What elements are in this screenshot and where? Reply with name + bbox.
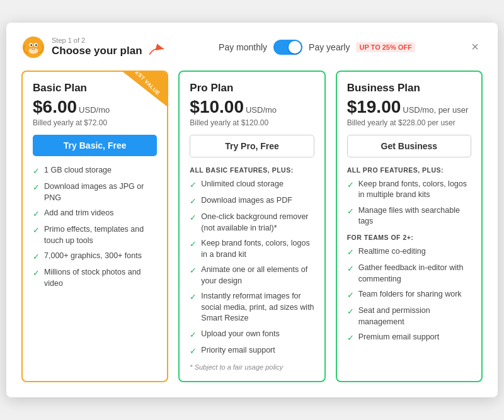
list-item: ✓ Instantly reformat images for social m… (190, 291, 314, 324)
list-item: ✓ Keep brand fonts, colors, logos in a b… (190, 238, 314, 260)
business-plan-name: Business Plan (347, 82, 471, 94)
pro-footnote: * Subject to a fair usage policy (190, 363, 314, 371)
check-icon: ✓ (33, 268, 40, 279)
pro-price-amount: $10.00 (190, 97, 244, 117)
modal-header: Step 1 of 2 Choose your plan P (21, 35, 483, 59)
check-icon: ✓ (33, 251, 40, 263)
step-label: Step 1 of 2 (52, 37, 166, 44)
pricing-modal: Step 1 of 2 Choose your plan P (6, 23, 498, 397)
pro-plan-card: Pro Plan $10.00 USD/mo Billed yearly at … (178, 71, 325, 382)
business-features2-list: ✓ Realtime co-editing ✓ Gather feedback … (347, 246, 471, 344)
yearly-discount-badge: UP TO 25% OFF (356, 42, 415, 52)
header-left: Step 1 of 2 Choose your plan (21, 35, 166, 59)
list-item: ✓ Keep brand fonts, colors, logos in mul… (347, 179, 471, 201)
check-icon: ✓ (33, 166, 40, 177)
check-icon: ✓ (190, 212, 197, 224)
check-icon: ✓ (190, 239, 197, 250)
list-item: ✓ 7,000+ graphics, 300+ fonts (33, 251, 157, 263)
basic-features-list: ✓ 1 GB cloud storage ✓ Download images a… (33, 165, 157, 290)
list-item: ✓ Unlimited cloud storage (190, 179, 314, 191)
check-icon: ✓ (347, 206, 354, 217)
business-price-amount: $19.00 (347, 97, 401, 117)
list-item: ✓ Download images as PDF (190, 195, 314, 207)
step-info: Step 1 of 2 Choose your plan (52, 37, 166, 58)
list-item: ✓ Seat and permission management (347, 305, 471, 327)
business-cta-button[interactable]: Get Business (347, 135, 471, 157)
list-item: ✓ Upload your own fonts (190, 329, 314, 341)
business-plan-card: Business Plan $19.00 USD/mo, per user Bi… (336, 71, 483, 382)
pro-price-row: $10.00 USD/mo (190, 97, 314, 117)
check-icon: ✓ (190, 179, 197, 191)
business-price-unit: USD/mo, per user (403, 105, 468, 115)
svg-point-4 (28, 48, 38, 54)
list-item: ✓ Millions of stock photos and video (33, 267, 157, 289)
business-features-list: ✓ Keep brand fonts, colors, logos in mul… (347, 179, 471, 227)
plans-grid: BEST VALUE Basic Plan $6.00 USD/mo Bille… (21, 71, 483, 382)
list-item: ✓ Gather feedback in-editor with comment… (347, 263, 471, 285)
pro-billed: Billed yearly at $120.00 (190, 118, 314, 127)
check-icon: ✓ (33, 208, 40, 220)
check-icon: ✓ (347, 179, 354, 191)
check-icon: ✓ (347, 247, 354, 258)
yearly-label: Pay yearly (309, 42, 350, 52)
check-icon: ✓ (190, 346, 197, 357)
monthly-label: Pay monthly (219, 42, 267, 52)
svg-point-10 (34, 48, 35, 48)
business-price-row: $19.00 USD/mo, per user (347, 97, 471, 117)
step-title: Choose your plan (52, 45, 142, 57)
business-billed: Billed yearly at $228.00 per user (347, 118, 471, 127)
toggle-knob (289, 41, 301, 54)
check-icon: ✓ (190, 329, 197, 341)
check-icon: ✓ (347, 263, 354, 275)
pro-price-unit: USD/mo (246, 105, 277, 115)
list-item: ✓ One-click background remover (not avai… (190, 212, 314, 234)
business-section2-header: FOR TEAMS OF 2+: (347, 234, 471, 241)
list-item: ✓ Add and trim videos (33, 208, 157, 220)
list-item: ✓ Download images as JPG or PNG (33, 181, 157, 203)
list-item: ✓ Team folders for sharing work (347, 289, 471, 301)
business-features-header: ALL PRO FEATURES, PLUS: (347, 166, 471, 174)
check-icon: ✓ (190, 292, 197, 303)
svg-point-8 (35, 44, 37, 46)
check-icon: ✓ (347, 306, 354, 317)
pro-features-list: ✓ Unlimited cloud storage ✓ Download ima… (190, 179, 314, 357)
basic-billed: Billed yearly at $72.00 (33, 118, 157, 127)
billing-toggle-section: Pay monthly Pay yearly UP TO 25% OFF (219, 40, 415, 55)
check-icon: ✓ (347, 332, 354, 344)
list-item: ✓ Animate one or all elements of your de… (190, 264, 314, 287)
list-item: ✓ Priority email support (190, 345, 314, 357)
list-item: ✓ Realtime co-editing (347, 246, 471, 258)
check-icon: ✓ (190, 265, 197, 276)
check-icon: ✓ (33, 182, 40, 193)
monkey-logo (21, 35, 45, 59)
billing-toggle[interactable] (273, 40, 302, 55)
basic-price-unit: USD/mo (79, 105, 110, 115)
svg-point-7 (30, 44, 32, 46)
close-button[interactable]: × (467, 38, 483, 55)
basic-price-amount: $6.00 (33, 97, 77, 117)
check-icon: ✓ (33, 225, 40, 236)
list-item: ✓ Primo effects, templates and touch up … (33, 224, 157, 246)
list-item: ✓ Manage files with searchable tags (347, 205, 471, 227)
red-arrow-icon (146, 44, 166, 58)
basic-cta-button[interactable]: Try Basic, Free (33, 135, 157, 156)
check-icon: ✓ (190, 196, 197, 207)
pro-plan-name: Pro Plan (190, 82, 314, 94)
svg-point-9 (32, 48, 33, 48)
basic-plan-card: BEST VALUE Basic Plan $6.00 USD/mo Bille… (21, 71, 168, 382)
list-item: ✓ 1 GB cloud storage (33, 165, 157, 177)
list-item: ✓ Premium email support (347, 332, 471, 344)
pro-cta-button[interactable]: Try Pro, Free (190, 135, 314, 157)
check-icon: ✓ (347, 290, 354, 301)
pro-features-header: ALL BASIC FEATURES, PLUS: (190, 166, 314, 174)
